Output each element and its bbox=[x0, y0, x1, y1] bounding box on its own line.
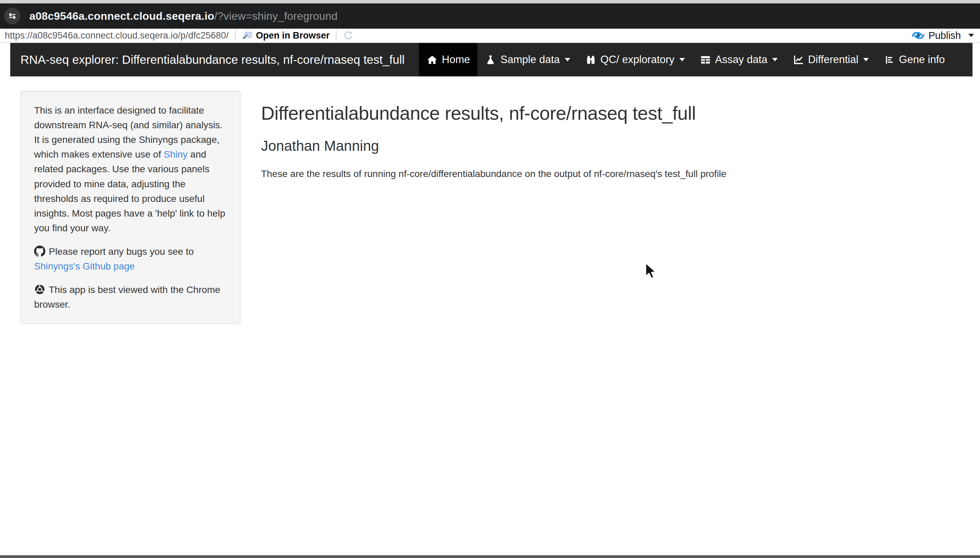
toolbar-divider bbox=[235, 30, 235, 41]
nav-item-label: Differential bbox=[808, 54, 858, 66]
table-icon bbox=[700, 54, 711, 66]
bottom-strip bbox=[0, 555, 980, 558]
navbar-items: Home Sample data QC/ exploratory bbox=[419, 43, 952, 76]
bar-chart-icon bbox=[884, 54, 895, 66]
nav-item-qc-exploratory[interactable]: QC/ exploratory bbox=[578, 43, 692, 76]
github-icon bbox=[34, 246, 45, 257]
app-navbar: RNA-seq explorer: Differentialabundance … bbox=[10, 43, 972, 76]
page-description: These are the results of running nf-core… bbox=[261, 169, 970, 179]
shiny-link[interactable]: Shiny bbox=[164, 149, 187, 160]
browser-window: a08c9546a.connect.cloud.seqera.io/?view=… bbox=[0, 0, 980, 558]
shinyngs-github-link[interactable]: Shinyngs's Github page bbox=[34, 261, 135, 271]
open-in-browser-icon[interactable] bbox=[242, 30, 253, 41]
app-url-text: https://a08c9546a.connect.cloud.seqera.i… bbox=[5, 30, 229, 41]
navbar-brand: RNA-seq explorer: Differentialabundance … bbox=[10, 43, 415, 76]
binoculars-icon bbox=[585, 54, 597, 66]
flask-icon bbox=[485, 54, 496, 66]
chevron-down-icon bbox=[679, 58, 685, 61]
nav-item-home[interactable]: Home bbox=[419, 43, 478, 76]
connect-toolbar: https://a08c9546a.connect.cloud.seqera.i… bbox=[0, 29, 980, 43]
nav-item-label: Assay data bbox=[715, 54, 768, 66]
chrome-note-paragraph: This app is best viewed with the Chrome … bbox=[34, 282, 227, 312]
nav-item-label: Gene info bbox=[899, 54, 945, 66]
open-in-browser-button[interactable]: Open in Browser bbox=[256, 30, 330, 41]
nav-item-label: QC/ exploratory bbox=[600, 54, 674, 66]
address-url-path: /?view=shiny_foreground bbox=[214, 10, 337, 22]
main-column: Differentialabundance results, nf-core/r… bbox=[261, 91, 970, 179]
bug-report-text: Please report any bugs you see to bbox=[49, 246, 194, 257]
nav-item-gene-info[interactable]: Gene info bbox=[876, 43, 952, 76]
publish-logo-icon bbox=[911, 30, 926, 41]
refresh-icon[interactable] bbox=[343, 30, 354, 41]
nav-item-label: Home bbox=[442, 54, 470, 66]
nav-item-differential[interactable]: Differential bbox=[785, 43, 876, 76]
intro-paragraph: This is an interface designed to facilit… bbox=[34, 103, 227, 235]
nav-item-sample-data[interactable]: Sample data bbox=[477, 43, 577, 76]
intro-text-after: and related packages. Use the various pa… bbox=[34, 149, 225, 233]
chevron-down-icon bbox=[772, 58, 778, 61]
toolbar-divider bbox=[336, 30, 337, 41]
publish-button[interactable]: Publish bbox=[911, 30, 974, 41]
chevron-down-icon bbox=[863, 58, 869, 61]
publish-label: Publish bbox=[929, 30, 961, 41]
chevron-down-icon bbox=[565, 58, 570, 61]
sliders-icon[interactable] bbox=[4, 8, 20, 24]
address-url[interactable]: a08c9546a.connect.cloud.seqera.io/?view=… bbox=[30, 10, 337, 23]
bug-report-paragraph: Please report any bugs you see to Shinyn… bbox=[34, 244, 227, 274]
nav-item-assay-data[interactable]: Assay data bbox=[692, 43, 785, 76]
home-icon bbox=[426, 54, 438, 66]
page-content: This is an interface designed to facilit… bbox=[0, 76, 980, 324]
chrome-icon bbox=[34, 284, 45, 295]
page-title: Differentialabundance results, nf-core/r… bbox=[261, 102, 970, 124]
browser-address-bar[interactable]: a08c9546a.connect.cloud.seqera.io/?view=… bbox=[0, 3, 980, 29]
page-author: Jonathan Manning bbox=[261, 138, 970, 154]
nav-item-label: Sample data bbox=[500, 54, 560, 66]
line-chart-icon bbox=[793, 54, 804, 66]
window-top-strip bbox=[0, 0, 980, 3]
sidebar-info-panel: This is an interface designed to facilit… bbox=[20, 91, 240, 324]
publish-caret-icon bbox=[968, 34, 974, 37]
chrome-note-text: This app is best viewed with the Chrome … bbox=[34, 284, 220, 310]
address-url-host: a08c9546a.connect.cloud.seqera.io bbox=[30, 10, 214, 22]
